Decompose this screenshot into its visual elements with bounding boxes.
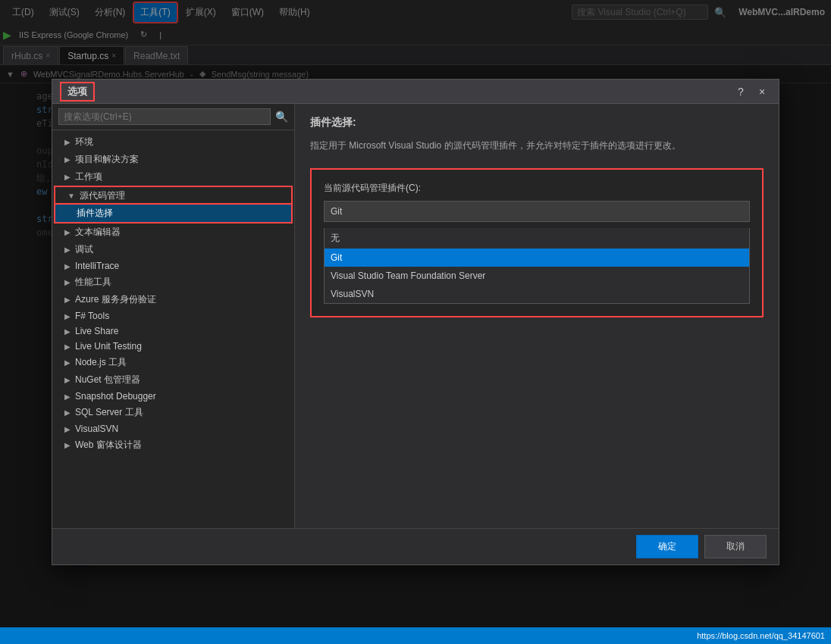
tree-label-sqlserver: SQL Server 工具: [75, 406, 143, 419]
plugin-label: 当前源代码管理插件(C):: [324, 182, 750, 195]
tree-label-nuget: NuGet 包管理器: [75, 374, 140, 386]
tree-content: ▶ 环境 ▶ 项目和解决方案 ▶ 工作项 ▼: [52, 130, 294, 528]
tree-arrow-nuget: ▶: [64, 376, 71, 384]
tree-item-liveunit[interactable]: ▶ Live Unit Testing: [52, 339, 294, 354]
dialog-title-outline: 选项: [61, 83, 93, 100]
dialog-footer: 确定 取消: [52, 528, 779, 564]
tree-item-sqlserver[interactable]: ▶ SQL Server 工具: [52, 404, 294, 421]
tree-panel: 🔍 ▶ 环境 ▶ 项目和解决方案 ▶ 工作项: [52, 104, 295, 528]
tree-item-debug[interactable]: ▶ 调试: [52, 241, 294, 258]
tree-item-workitems[interactable]: ▶ 工作项: [52, 168, 294, 186]
tree-label-intellitrace: IntelliTrace: [75, 261, 119, 271]
tree-arrow-workitems: ▶: [64, 173, 71, 181]
tree-label-fstools: F# Tools: [75, 311, 109, 321]
dropdown-option-git[interactable]: Git: [325, 249, 749, 267]
dialog-title-actions: ? ×: [733, 84, 770, 99]
tree-search-icon: 🔍: [275, 111, 288, 123]
status-bar: https://blog.csdn.net/qq_34147601: [0, 627, 831, 644]
tree-arrow-azure: ▶: [64, 295, 71, 304]
options-dialog: 选项 ? × 🔍 ▶ 环境: [52, 79, 779, 565]
tree-item-intellitrace[interactable]: ▶ IntelliTrace: [52, 258, 294, 274]
tree-label-azure: Azure 服务身份验证: [75, 293, 156, 306]
tree-label-snapshot: Snapshot Debugger: [75, 391, 156, 402]
tree-item-azure[interactable]: ▶ Azure 服务身份验证: [52, 291, 294, 308]
tree-arrow-nodejs: ▶: [64, 358, 71, 367]
tree-item-nuget[interactable]: ▶ NuGet 包管理器: [52, 371, 294, 389]
tree-arrow-perftools: ▶: [64, 278, 71, 286]
tree-arrow-sourcecontrol: ▼: [67, 192, 75, 200]
dialog-title-text: 选项: [67, 86, 87, 97]
plugin-section: 当前源代码管理插件(C): Git 无 Git Visual Studio Te…: [310, 168, 764, 317]
tree-item-environment[interactable]: ▶ 环境: [52, 133, 294, 151]
tree-source-control-group: ▼ 源代码管理 插件选择: [55, 187, 291, 222]
dropdown-list: 无 Git Visual Studio Team Foundation Serv…: [324, 228, 750, 304]
tree-item-plugin[interactable]: 插件选择: [55, 205, 291, 222]
tree-arrow-webforms: ▶: [64, 441, 71, 449]
dropdown-option-none[interactable]: 无: [325, 228, 749, 249]
confirm-button[interactable]: 确定: [636, 535, 698, 558]
tree-arrow-snapshot: ▶: [64, 392, 71, 401]
tree-label-perftools: 性能工具: [75, 276, 111, 289]
tree-label-debug: 调试: [75, 243, 93, 256]
tree-label-webforms: Web 窗体设计器: [75, 439, 142, 452]
tree-arrow-debug: ▶: [64, 245, 71, 254]
cancel-button[interactable]: 取消: [704, 535, 767, 558]
tree-arrow-fstools: ▶: [64, 312, 71, 320]
tree-label-visualsvn: VisualSVN: [75, 424, 118, 434]
tree-item-visualsvn[interactable]: ▶ VisualSVN: [52, 421, 294, 436]
dialog-close-button[interactable]: ×: [754, 84, 770, 99]
dropdown-option-tfs[interactable]: Visual Studio Team Foundation Server: [325, 267, 749, 285]
tree-label-environment: 环境: [75, 136, 93, 148]
tree-arrow-projects: ▶: [64, 155, 71, 164]
dialog-title-bar: 选项 ? ×: [52, 80, 779, 104]
tree-search-input[interactable]: [58, 108, 271, 125]
tree-arrow-liveunit: ▶: [64, 342, 71, 351]
status-url: https://blog.csdn.net/qq_34147601: [697, 631, 825, 640]
tree-item-projects[interactable]: ▶ 项目和解决方案: [52, 151, 294, 168]
tree-label-projects: 项目和解决方案: [75, 153, 139, 166]
plugin-dropdown-selected[interactable]: Git: [324, 201, 750, 222]
tree-label-liveunit: Live Unit Testing: [75, 341, 142, 352]
tree-label-sourcecontrol: 源代码管理: [80, 189, 125, 202]
tree-arrow-visualsvn: ▶: [64, 425, 71, 433]
content-title: 插件选择:: [310, 116, 764, 130]
tree-label-workitems: 工作项: [75, 170, 102, 183]
tree-item-sourcecontrol[interactable]: ▼ 源代码管理: [55, 187, 291, 205]
tree-search-area: 🔍: [52, 104, 294, 130]
plugin-dropdown-wrapper: Git: [324, 201, 750, 222]
tree-arrow-sqlserver: ▶: [64, 408, 71, 417]
tree-item-texteditor[interactable]: ▶ 文本编辑器: [52, 224, 294, 241]
tree-item-nodejs[interactable]: ▶ Node.js 工具: [52, 354, 294, 371]
dialog-help-button[interactable]: ?: [733, 84, 748, 99]
tree-label-plugin: 插件选择: [77, 207, 113, 220]
tree-label-nodejs: Node.js 工具: [75, 356, 127, 369]
tree-arrow-environment: ▶: [64, 138, 71, 146]
tree-item-snapshot[interactable]: ▶ Snapshot Debugger: [52, 389, 294, 404]
tree-arrow-intellitrace: ▶: [64, 262, 71, 270]
dialog-overlay: 选项 ? × 🔍 ▶ 环境: [0, 0, 831, 644]
tree-item-fstools[interactable]: ▶ F# Tools: [52, 308, 294, 324]
content-desc: 指定用于 Microsoft Visual Studio 的源代码管理插件，并允…: [310, 139, 764, 153]
tree-label-texteditor: 文本编辑器: [75, 226, 121, 239]
dropdown-option-svn[interactable]: VisualSVN: [325, 285, 749, 303]
tree-item-liveshare[interactable]: ▶ Live Share: [52, 324, 294, 339]
tree-label-liveshare: Live Share: [75, 326, 118, 336]
tree-item-perftools[interactable]: ▶ 性能工具: [52, 274, 294, 291]
tree-arrow-liveshare: ▶: [64, 327, 71, 336]
tree-arrow-texteditor: ▶: [64, 228, 71, 236]
tree-item-webforms[interactable]: ▶ Web 窗体设计器: [52, 436, 294, 454]
dialog-body: 🔍 ▶ 环境 ▶ 项目和解决方案 ▶ 工作项: [52, 104, 779, 528]
content-panel: 插件选择: 指定用于 Microsoft Visual Studio 的源代码管…: [295, 104, 779, 528]
